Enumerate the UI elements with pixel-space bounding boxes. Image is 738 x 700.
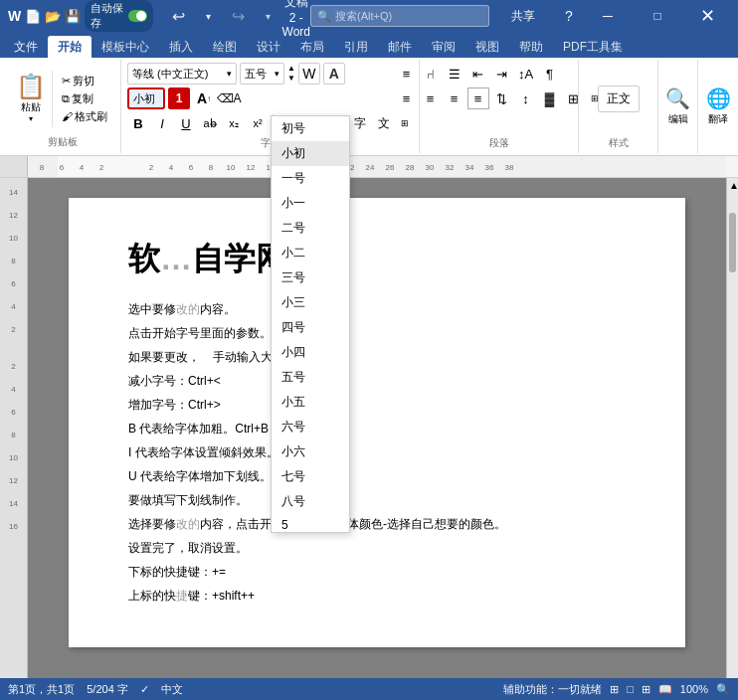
translate-icon[interactable]: 🌐 (706, 87, 731, 110)
show-marks-btn[interactable]: ¶ (539, 63, 561, 85)
styles-selector[interactable]: 正文 (598, 86, 640, 112)
web-icon-btn[interactable]: W (298, 63, 320, 85)
undo-button[interactable]: ↩ (165, 2, 193, 30)
tab-mail[interactable]: 邮件 (378, 36, 422, 58)
size-item-xiaoe[interactable]: 小二 (272, 241, 349, 265)
increase-indent-btn[interactable]: ⇥ (491, 63, 513, 85)
customize-btn[interactable]: ▾ (255, 2, 282, 30)
new-doc-icon[interactable]: 📄 (25, 8, 41, 24)
tab-view[interactable]: 视图 (465, 36, 509, 58)
decrease-indent-btn[interactable]: ⇤ (467, 63, 489, 85)
char-spacing-btn[interactable]: 字 (349, 112, 371, 134)
size-item-liuhao[interactable]: 六号 (272, 415, 349, 439)
size-item-sihao[interactable]: 四号 (272, 315, 349, 340)
copy-button[interactable]: ⧉ 复制 (59, 90, 110, 107)
sort-btn[interactable]: ↕A (515, 63, 537, 85)
subscript-button[interactable]: x₂ (223, 112, 245, 134)
redo-button[interactable]: ↪ (225, 2, 253, 30)
italic-button[interactable]: I (151, 112, 173, 134)
layout-btn1[interactable]: □ (627, 683, 634, 695)
size-item-5[interactable]: 5 (272, 514, 349, 533)
size-decrease-btn[interactable]: ▼ (287, 74, 295, 84)
justify-btn[interactable]: ≡ (467, 88, 489, 109)
autosave-toggle[interactable]: 自动保存 (85, 0, 152, 32)
font-face-selector[interactable]: 等线 (中文正文) ▾ (127, 63, 237, 85)
font-size-confirm-btn[interactable]: 1 (168, 88, 190, 109)
size-item-xiaos[interactable]: 小三 (272, 290, 349, 315)
restore-btn[interactable]: □ (635, 0, 680, 32)
close-btn[interactable]: ✕ (684, 0, 730, 32)
text-direction-btn[interactable]: ⇅ (491, 88, 513, 109)
share-btn[interactable]: 共享 (493, 0, 553, 32)
size-item-xiaol[interactable]: 小六 (272, 439, 349, 464)
multilevel-btn[interactable]: ☰ (444, 63, 465, 85)
paste-button[interactable]: 📋 粘贴 ▾ (10, 71, 53, 127)
tab-design[interactable]: 设计 (247, 36, 290, 58)
tab-template[interactable]: 模板中心 (92, 36, 159, 58)
cut-button[interactable]: ✂ 剪切 (59, 73, 110, 89)
size-item-bahao[interactable]: 八号 (272, 489, 349, 514)
word-icon[interactable]: W (8, 8, 21, 24)
open-icon[interactable]: 📂 (45, 8, 61, 24)
language-indicator: 中文 (161, 682, 183, 697)
tab-help[interactable]: 帮助 (509, 36, 553, 58)
size-item-xiaow[interactable]: 小五 (272, 390, 349, 415)
align-left-btn[interactable]: ≡ (396, 88, 418, 109)
scroll-thumb[interactable] (729, 213, 736, 272)
increase-font-size-btn[interactable]: A↑ (193, 88, 215, 109)
bold-button[interactable]: B (127, 112, 149, 134)
document-content[interactable]: 软…自学网 选中要修改的内容。 点击开始字号里面的参数。 如果要更改， 手动输入… (28, 178, 726, 689)
translate-label: 翻译 (708, 112, 728, 126)
focus-btn[interactable]: ⊞ (610, 683, 619, 696)
undo-dropdown[interactable]: ▾ (195, 2, 223, 30)
clear-format-btn[interactable]: ⌫A (218, 88, 240, 109)
size-item-erhao[interactable]: 二号 (272, 216, 349, 241)
align-center-btn[interactable]: ≡ (420, 88, 442, 109)
font-size-input-highlighted[interactable]: 小初 (127, 88, 165, 109)
zoom-slider-icon[interactable]: 🔍 (716, 683, 730, 696)
bullets-btn[interactable]: ≡ (396, 63, 418, 85)
save-icon[interactable]: 💾 (65, 8, 81, 24)
size-item-xiaoy[interactable]: 小一 (272, 191, 349, 216)
search-bar[interactable]: 🔍 搜索(Alt+Q) (310, 5, 489, 27)
tab-review[interactable]: 审阅 (422, 36, 465, 58)
strikethrough-button[interactable]: ab̶ (199, 112, 221, 134)
tab-pdf[interactable]: PDF工具集 (553, 36, 633, 58)
vertical-scrollbar[interactable]: ▲ ▼ (726, 178, 738, 689)
underline-button[interactable]: U (175, 112, 197, 134)
size-item-chuhao[interactable]: 初号 (272, 116, 349, 141)
size-item-yihao[interactable]: 一号 (272, 166, 349, 191)
char-border-btn[interactable]: 文 (373, 112, 395, 134)
align-right-btn[interactable]: ≡ (444, 88, 465, 109)
status-bar: 第1页，共1页 5/204 字 ✓ 中文 辅助功能：一切就绪 ⊞ □ ⊞ 📖 1… (0, 678, 738, 700)
para-row2: ≡ ≡ ≡ ≡ ⇅ ↕ ▓ ⊞ ⊞ (396, 88, 603, 109)
editing-group: 🔍 编辑 (658, 60, 698, 153)
format-painter-button[interactable]: 🖌 格式刷 (59, 108, 110, 125)
tab-home[interactable]: 开始 (48, 36, 92, 58)
layout-btn3[interactable]: 📖 (658, 683, 672, 696)
shading-btn[interactable]: ▓ (539, 88, 561, 109)
superscript-button[interactable]: x² (247, 112, 269, 134)
tab-file[interactable]: 文件 (4, 36, 48, 58)
layout-btn2[interactable]: ⊞ (642, 683, 650, 696)
find-icon[interactable]: 🔍 (665, 87, 690, 110)
size-item-xiaosi[interactable]: 小四 (272, 340, 349, 365)
size-item-sanhao[interactable]: 三号 (272, 265, 349, 290)
translate-group: 🌐 翻译 (698, 60, 738, 153)
tab-layout[interactable]: 布局 (290, 36, 334, 58)
font-size-A-large[interactable]: A (323, 63, 345, 85)
scroll-up-btn[interactable]: ▲ (727, 178, 738, 193)
tab-reference[interactable]: 引用 (334, 36, 378, 58)
tab-draw[interactable]: 绘图 (203, 36, 247, 58)
minimize-btn[interactable]: ─ (585, 0, 631, 32)
font-size-selector[interactable]: 五号 ▾ (240, 63, 284, 85)
autosave-pill[interactable] (128, 10, 147, 22)
tab-insert[interactable]: 插入 (159, 36, 203, 58)
numbering-btn[interactable]: ⑁ (420, 63, 442, 85)
size-item-wuhao[interactable]: 五号 (272, 365, 349, 390)
line-spacing-btn[interactable]: ↕ (515, 88, 537, 109)
size-increase-btn[interactable]: ▲ (287, 64, 295, 74)
size-item-qihao[interactable]: 七号 (272, 464, 349, 489)
help-btn[interactable]: ? (557, 4, 581, 28)
size-item-xiaochu[interactable]: 小初 (272, 141, 349, 166)
